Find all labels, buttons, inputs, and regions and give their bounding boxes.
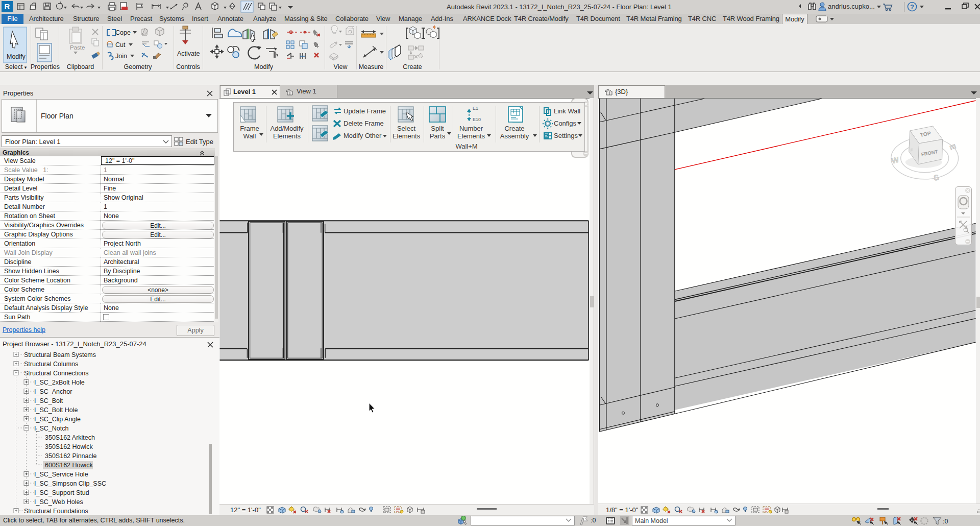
svg-text:I_SC_Anchor: I_SC_Anchor xyxy=(34,388,72,395)
svg-text:I_SC_Clip Angle: I_SC_Clip Angle xyxy=(34,416,81,423)
svg-text:I_SC_Simpson Clip_SSC: I_SC_Simpson Clip_SSC xyxy=(34,480,106,487)
svg-text:I_SC_2xBolt Hole: I_SC_2xBolt Hole xyxy=(34,379,85,386)
svg-text:350S162 Arkitech: 350S162 Arkitech xyxy=(45,434,95,441)
svg-text:I_SC_Bolt: I_SC_Bolt xyxy=(34,397,63,404)
svg-text:I_SC_Notch: I_SC_Notch xyxy=(34,425,68,432)
svg-text:I_SC_Bolt Hole: I_SC_Bolt Hole xyxy=(34,407,78,414)
svg-text:Join: Join xyxy=(115,53,127,60)
svg-text:S: S xyxy=(933,173,940,182)
svg-text:Structural Beam Systems: Structural Beam Systems xyxy=(24,351,96,358)
svg-text:Structural Columns: Structural Columns xyxy=(24,361,78,368)
svg-text:I_SC_Web Holes: I_SC_Web Holes xyxy=(34,498,83,506)
svg-text:Cut: Cut xyxy=(115,41,126,49)
svg-text:Modify: Modify xyxy=(7,53,26,60)
svg-text:Paste: Paste xyxy=(70,44,85,51)
svg-text:600S162 Howick: 600S162 Howick xyxy=(45,462,93,469)
svg-text:Structural Foundations: Structural Foundations xyxy=(24,508,88,515)
svg-text:andrius.cupko...: andrius.cupko... xyxy=(828,3,875,10)
svg-text:E10: E10 xyxy=(473,117,481,122)
svg-text:Cope: Cope xyxy=(115,29,131,36)
svg-text:?: ? xyxy=(910,3,914,11)
svg-text::0: :0 xyxy=(943,518,948,525)
svg-text:Structural Connections: Structural Connections xyxy=(24,370,88,377)
svg-text:350S162 Pinnacle: 350S162 Pinnacle xyxy=(45,452,97,460)
svg-text:I_SC_Support Stud: I_SC_Support Stud xyxy=(34,489,89,496)
svg-text:I_SC_Service Hole: I_SC_Service Hole xyxy=(34,471,88,478)
svg-text:350S162 Howick: 350S162 Howick xyxy=(45,443,93,450)
svg-text:E1: E1 xyxy=(473,106,478,111)
svg-text:W: W xyxy=(891,155,900,165)
svg-text:Activate: Activate xyxy=(177,50,200,57)
